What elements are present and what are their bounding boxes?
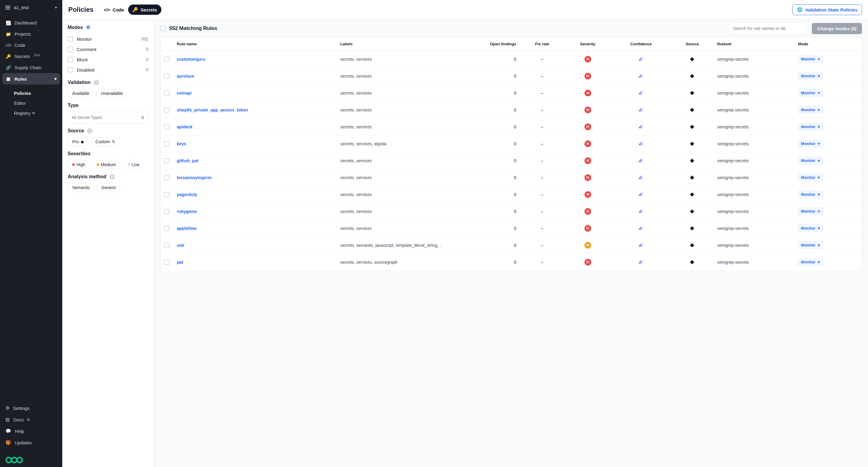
type-select[interactable]: All Secret Types⇅: [68, 112, 148, 123]
column-header[interactable]: Rule name: [173, 37, 337, 51]
chevron-down-icon[interactable]: ▾: [55, 5, 57, 10]
validation-state-policies-button[interactable]: 🌐Validation State Policies: [793, 4, 862, 15]
mode-dropdown[interactable]: Monitor▾: [798, 190, 823, 198]
mode-dropdown[interactable]: Monitor▾: [798, 72, 823, 80]
sidebar-item-help[interactable]: 💬Help: [0, 425, 62, 437]
validation-pill[interactable]: Available: [68, 89, 94, 98]
mode-dropdown[interactable]: Monitor▾: [798, 106, 823, 114]
mode-dropdown[interactable]: Monitor▾: [798, 139, 823, 148]
subnav-policies[interactable]: Policies: [0, 88, 62, 98]
sidebar-item-code[interactable]: </>Code: [0, 40, 62, 51]
help-icon[interactable]: ?: [87, 128, 92, 134]
mode-row[interactable]: Block 0: [68, 54, 148, 65]
confidence-icon: [639, 141, 643, 145]
mode-row[interactable]: Comment 0: [68, 44, 148, 54]
sidebar-item-rules[interactable]: ▦Rules▾: [2, 73, 60, 85]
mode-row[interactable]: Monitor 552: [68, 34, 148, 44]
chevron-down-icon: ▾: [818, 141, 820, 146]
row-checkbox[interactable]: [164, 90, 169, 96]
rule-name-link[interactable]: lessannoyingcrm: [177, 175, 212, 180]
tab-code[interactable]: </>Code: [99, 5, 128, 15]
column-header[interactable]: Mode: [794, 37, 862, 51]
mode-checkbox[interactable]: [68, 36, 73, 42]
row-checkbox[interactable]: [164, 141, 169, 146]
validation-pill[interactable]: Unavailable: [96, 89, 128, 98]
source-pill[interactable]: Pro◆: [68, 137, 89, 146]
severity-pill[interactable]: Medium: [92, 160, 121, 169]
column-header[interactable]: Open findings: [450, 37, 520, 51]
sidebar-item-secrets[interactable]: 🔑Secretsbeta: [0, 51, 62, 62]
change-modes-button[interactable]: Change modes (0): [812, 23, 862, 34]
rule-name-link[interactable]: keys: [177, 141, 186, 146]
column-header[interactable]: Fix rate: [520, 37, 564, 51]
column-header[interactable]: Labels: [337, 37, 450, 51]
row-checkbox[interactable]: [164, 209, 169, 214]
sidebar-item-settings[interactable]: ⚙Settings: [0, 402, 62, 414]
select-all-checkbox[interactable]: [160, 26, 166, 31]
rule-name-link[interactable]: rubygems: [177, 209, 197, 214]
mode-dropdown[interactable]: Monitor▾: [798, 173, 823, 181]
labels-cell: secrets, services: [337, 68, 450, 85]
column-header[interactable]: Ruleset: [714, 37, 794, 51]
rule-name-link[interactable]: ayrshare: [177, 74, 194, 78]
mode-checkbox[interactable]: [68, 57, 73, 62]
fix-rate-cell: –: [520, 203, 564, 220]
row-checkbox[interactable]: [164, 158, 169, 163]
row-checkbox[interactable]: [164, 242, 169, 248]
mode-dropdown[interactable]: Monitor▾: [798, 258, 823, 266]
pill-label: Low: [132, 162, 140, 167]
subnav-registry[interactable]: Registry⧉: [0, 108, 62, 118]
labels-cell: secrets, services: [337, 101, 450, 119]
rule-name-link[interactable]: coinapi: [177, 91, 192, 96]
mode-dropdown[interactable]: Monitor▾: [798, 89, 823, 97]
mode-checkbox[interactable]: [68, 46, 73, 52]
tab-secrets[interactable]: 🔑Secrets: [128, 4, 161, 15]
rule-name-link[interactable]: github_pat: [177, 158, 198, 163]
row-checkbox[interactable]: [164, 260, 169, 265]
open-findings-cell: 0: [450, 203, 520, 220]
help-icon[interactable]: ?: [110, 174, 115, 179]
org-name[interactable]: a1_test: [14, 5, 51, 10]
rule-name-link[interactable]: pat: [177, 260, 183, 265]
subnav-editor[interactable]: Editor: [0, 98, 62, 108]
mode-checkbox[interactable]: [68, 67, 73, 72]
analysis-pill[interactable]: Semantic: [68, 183, 94, 192]
sidebar-item-docs[interactable]: ▤Docs⧉: [0, 414, 62, 425]
rule-name-link[interactable]: apideck: [177, 125, 192, 129]
row-checkbox[interactable]: [164, 124, 169, 130]
row-checkbox[interactable]: [164, 57, 169, 62]
help-icon[interactable]: ?: [94, 80, 99, 85]
row-checkbox[interactable]: [164, 107, 169, 113]
analysis-pill[interactable]: Generic: [97, 183, 121, 192]
source-pill[interactable]: Custom✎: [91, 137, 120, 146]
mode-dropdown[interactable]: Monitor▾: [798, 241, 823, 249]
row-checkbox[interactable]: [164, 175, 169, 180]
rule-name-link[interactable]: solr: [177, 243, 185, 248]
rule-name-link[interactable]: pagerduty: [177, 192, 197, 197]
sidebar-item-dashboard[interactable]: 📈Dashboard: [0, 17, 62, 28]
mode-dropdown[interactable]: Monitor▾: [798, 157, 823, 165]
sidebar-item-updates[interactable]: 🎁Updates: [0, 437, 62, 448]
search-input[interactable]: [728, 23, 807, 34]
row-checkbox[interactable]: [164, 192, 169, 197]
row-checkbox[interactable]: [164, 73, 169, 79]
row-checkbox[interactable]: [164, 226, 169, 231]
mode-dropdown[interactable]: Monitor▾: [798, 224, 823, 232]
hamburger-icon[interactable]: [5, 6, 10, 9]
severity-pill[interactable]: Low: [123, 160, 144, 169]
mode-dropdown[interactable]: Monitor▾: [798, 123, 823, 131]
rule-name-link[interactable]: appfollow: [177, 226, 196, 231]
table-row: appfollow secrets, services 0 – H semgre…: [160, 220, 862, 237]
mode-dropdown[interactable]: Monitor▾: [798, 55, 823, 63]
sidebar-item-supply-chain[interactable]: 🔗Supply Chain: [0, 62, 62, 73]
gear-icon[interactable]: ⚙: [86, 25, 90, 30]
severity-pill[interactable]: High: [68, 160, 90, 169]
rule-name-link[interactable]: customerguru: [177, 57, 205, 62]
column-header[interactable]: Severity: [564, 37, 611, 51]
column-header[interactable]: Source: [671, 37, 714, 51]
column-header[interactable]: Confidence: [611, 37, 671, 51]
sidebar-item-projects[interactable]: 📁Projects: [0, 28, 62, 40]
mode-dropdown[interactable]: Monitor▾: [798, 207, 823, 215]
mode-row[interactable]: Disabled 0: [68, 65, 148, 75]
rule-name-link[interactable]: shopify_private_app_access_token: [177, 107, 248, 112]
